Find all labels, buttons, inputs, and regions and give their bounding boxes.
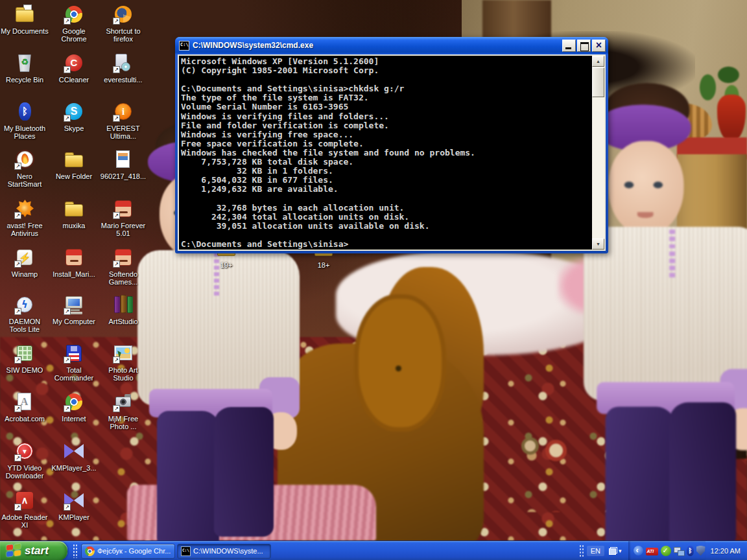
scroll-down-icon[interactable]: ▼	[592, 239, 604, 250]
km-icon	[63, 440, 85, 462]
desktop-icon-muxika[interactable]: muxika	[50, 198, 98, 229]
cmd-icon	[181, 546, 191, 556]
taskbar-button-2[interactable]: C:\WINDOWS\syste...	[177, 544, 271, 559]
icon-label: My Documents	[1, 27, 49, 35]
cmd-icon	[179, 41, 189, 51]
desktop-icon-nero-startsmart[interactable]: ↗Nero StartSmart	[1, 148, 49, 188]
icon-label: EVEREST Ultima...	[99, 124, 147, 140]
desktop-icon-skype[interactable]: S↗Skype	[50, 100, 98, 132]
shortcut-arrow-icon: ↗	[64, 18, 71, 25]
desktop-icon-recycle-bin[interactable]: ♻Recycle Bin	[1, 52, 49, 84]
icon-label: MjM Free Photo ...	[99, 415, 147, 430]
console-output[interactable]: Microsoft Windows XP [Version 5.1.2600] …	[179, 56, 592, 250]
desktop-icon-install-mari[interactable]: Install_Mari...	[50, 246, 98, 278]
icon-label: Total Commander	[50, 366, 98, 382]
desktop-icon-winamp[interactable]: ⚡↗Winamp	[1, 246, 49, 278]
desktop-icon-my-computer[interactable]: ↗My Computer	[50, 294, 98, 325]
shortcut-arrow-icon: ↗	[64, 405, 71, 412]
language-bar-grip[interactable]	[579, 544, 584, 557]
maximize-button[interactable]	[577, 40, 591, 52]
icon-label: My Computer	[50, 318, 98, 325]
desktop-icon-photo-art-studio[interactable]: ↗Photo Art Studio	[99, 342, 147, 382]
mario-icon: ↗	[112, 246, 134, 268]
everest-icon: i↗	[112, 100, 134, 122]
adobe-icon: ∧↗	[14, 489, 36, 511]
cmd-window[interactable]: C:\WINDOWS\system32\cmd.exe Microsoft Wi…	[175, 37, 608, 253]
desktop-icon-siw-demo[interactable]: ↗SIW DEMO	[1, 342, 49, 374]
desktop-icon-new-folder[interactable]: New Folder	[50, 148, 98, 180]
icon-label: CCleaner	[50, 76, 98, 84]
photoart-icon: ↗	[112, 342, 134, 364]
desktop-icon-ytd-video-downloader[interactable]: ▼↗YTD Video Downloader	[1, 440, 49, 480]
icon-label: KMPlayer	[50, 513, 98, 521]
desktop-icon-avast-free-antivirus[interactable]: ↗avast! Free Antivirus	[1, 198, 49, 237]
desktop-icon-mjm-free-photo[interactable]: ↗MjM Free Photo ...	[99, 391, 147, 430]
scroll-up-icon[interactable]: ▲	[592, 56, 604, 67]
shortcut-arrow-icon: ↗	[113, 115, 120, 122]
desktop-icon-shortcut-to-firefox[interactable]: ↗Shortcut to firefox	[99, 3, 147, 43]
desktop-icon-softendo-games[interactable]: ↗Softendo Games...	[99, 246, 147, 286]
window-title: C:\WINDOWS\system32\cmd.exe	[193, 37, 559, 54]
icon-label: New Folder	[50, 172, 98, 180]
scrollbar-track[interactable]	[592, 97, 604, 239]
km-icon: ↗	[63, 489, 85, 511]
icon-label: Acrobat.com	[1, 415, 49, 423]
icon-label: Mario Forever 5.01	[99, 222, 147, 237]
desktop-icon-google-chrome[interactable]: ↗Google Chrome	[50, 3, 98, 43]
icon-label: Internet	[50, 415, 98, 423]
desktop-icon-adobe-reader-xi[interactable]: ∧↗Adobe Reader XI	[1, 489, 49, 529]
windows-security-tray-icon[interactable]	[696, 546, 706, 556]
shortcut-arrow-icon: ↗	[113, 18, 120, 25]
desktop-icon-acrobat-com[interactable]: A↗Acrobat.com	[1, 391, 49, 423]
desktop-icon-960217-418[interactable]: 960217_418...	[99, 148, 147, 180]
skype-icon: S↗	[63, 100, 85, 122]
shortcut-arrow-icon: ↗	[64, 115, 71, 122]
shortcut-arrow-icon: ↗	[64, 356, 71, 364]
icon-label: KMPlayer_3...	[50, 464, 98, 472]
icon-label: 19+	[202, 261, 250, 269]
shortcut-arrow-icon: ↗	[113, 356, 120, 364]
toolbar-grip[interactable]	[73, 544, 78, 558]
collapse-chevron-tray-icon[interactable]	[634, 546, 643, 555]
desktop-icon-mario-forever-5-01[interactable]: ↗Mario Forever 5.01	[99, 198, 147, 237]
avast-antivirus-tray-icon[interactable]	[661, 546, 671, 556]
icon-label: Nero StartSmart	[1, 172, 49, 188]
icon-label: ArtStudio	[99, 318, 147, 325]
desktop-icon-kmplayer-3[interactable]: KMPlayer_3...	[50, 440, 98, 472]
desktop-icon-daemon-tools-lite[interactable]: ϟ↗DAEMON Tools Lite	[1, 294, 49, 333]
shortcut-arrow-icon: ↗	[14, 504, 21, 511]
floppy-icon: ↗	[63, 342, 85, 364]
mario-icon: ↗	[112, 198, 134, 220]
scrollbar-thumb[interactable]	[592, 67, 604, 97]
ccleaner-icon: C↗	[63, 52, 85, 74]
taskbar-button-1[interactable]: Фејсбук - Google Chr...	[81, 544, 175, 559]
language-indicator[interactable]: EN	[587, 546, 604, 556]
ytd-icon: ▼↗	[14, 440, 36, 462]
daemon-icon: ϟ↗	[14, 294, 36, 316]
cmd-window-titlebar[interactable]: C:\WINDOWS\system32\cmd.exe	[175, 37, 608, 54]
scrollbar[interactable]: ▲ ▼	[592, 56, 604, 250]
desktop-icon-my-bluetooth-places[interactable]: ᛒMy Bluetooth Places	[1, 100, 49, 140]
desktop-icon-kmplayer[interactable]: ↗KMPlayer	[50, 489, 98, 521]
desktop-icon-ccleaner[interactable]: C↗CCleaner	[50, 52, 98, 84]
desktop-icon-internet[interactable]: ↗Internet	[50, 391, 98, 423]
close-button[interactable]	[592, 40, 606, 52]
bluetooth-icon: ᛒ	[14, 100, 36, 122]
shortcut-arrow-icon: ↗	[14, 261, 21, 268]
language-caret-icon[interactable]: ▾	[619, 548, 622, 554]
desktop-icon-my-documents[interactable]: My Documents	[1, 3, 49, 35]
ati-control-tray-icon[interactable]	[646, 548, 658, 555]
desktop-icon-artstudio[interactable]: ArtStudio	[99, 294, 147, 325]
desktop-icon-everestulti[interactable]: ↗everestulti...	[99, 52, 147, 84]
icon-label: YTD Video Downloader	[1, 464, 49, 480]
bluetooth-tray-icon[interactable]	[687, 546, 694, 556]
shortcut-arrow-icon: ↗	[113, 66, 120, 73]
shortcut-arrow-icon: ↗	[64, 504, 71, 511]
desktop-icon-total-commander[interactable]: ↗Total Commander	[50, 342, 98, 382]
minimize-button[interactable]	[562, 40, 576, 52]
desktop-icon-everest-ultima[interactable]: i↗EVEREST Ultima...	[99, 100, 147, 140]
network-connections-tray-icon[interactable]	[674, 546, 684, 556]
start-button[interactable]: start	[0, 541, 67, 560]
shortcut-arrow-icon: ↗	[113, 261, 120, 268]
language-options-icon[interactable]	[609, 547, 617, 555]
